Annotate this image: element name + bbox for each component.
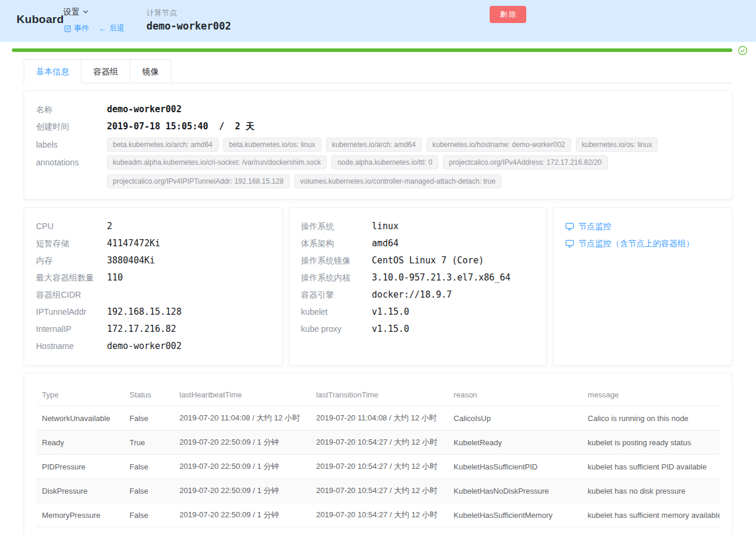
cell-reason: KubeletHasSufficientMemory [448,503,582,527]
col-last-transition: lastTransitionTime [310,384,448,406]
system-row: 容器引擎 docker://18.9.7 [301,286,535,304]
cell-type: NetworkUnavailable [36,406,123,430]
resource-row: 内存 3880404Ki [36,252,271,269]
system-label: 操作系统 [301,218,372,235]
cell-status: True [123,430,174,455]
monitor-link-label: 节点监控（含节点上的容器组） [578,235,694,252]
system-row: kube proxy v1.15.0 [301,321,535,338]
conditions-table: Type Status lastHeartbeatTime lastTransi… [36,384,720,527]
label-tag: kubernetes.io/os: linux [576,138,658,152]
cell-last-transition: 2019-07-20 10:54:27 / 大约 12 小时 [310,479,448,503]
cell-reason: KubeletHasSufficientPID [448,455,582,479]
name-label: 名称 [36,101,107,118]
cell-last-heartbeat: 2019-07-20 22:50:09 / 1 分钟 [174,503,311,527]
annotation-tag: node.alpha.kubernetes.io/ttl: 0 [331,155,438,169]
resource-label: Hostname [36,338,107,355]
cell-type: DiskPressure [36,479,123,503]
cell-message: Calico is running on this node [582,406,720,430]
monitor-link-label: 节点监控 [578,218,611,235]
cell-message: kubelet has sufficient PID available [582,455,720,479]
annotations-label: annotations [36,155,107,169]
back-link-label: 后退 [109,23,125,34]
system-row: 操作系统内核 3.10.0-957.21.3.el7.x86_64 [301,269,535,286]
resource-label: CPU [36,218,107,235]
events-link[interactable]: 事件 [64,23,89,34]
col-reason: reason [448,384,582,406]
delete-button[interactable]: 删 除 [490,6,526,23]
cell-type: Ready [36,430,123,455]
monitor-icon [565,222,574,231]
created-label: 创建时间 [36,118,107,135]
cell-type: MemoryPressure [36,503,123,527]
system-label: kube proxy [301,321,372,338]
cell-last-heartbeat: 2019-07-20 22:50:09 / 1 分钟 [174,479,311,503]
label-tag: beta.kubernetes.io/arch: amd64 [107,138,219,152]
system-row: 体系架构 amd64 [301,235,535,252]
app-logo[interactable]: Kuboard [17,13,64,26]
col-type: Type [36,384,123,406]
cell-last-transition: 2019-07-20 10:54:27 / 大约 12 小时 [310,430,448,455]
settings-menu[interactable]: 设置 [63,7,89,18]
cell-last-transition: 2019-07-20 10:54:27 / 大约 12 小时 [310,503,448,527]
system-value: linux [372,218,535,235]
resources-card: CPU 2 短暂存储 41147472Ki 内存 3880404Ki 最大容器组… [24,207,283,366]
labels-tags: beta.kubernetes.io/arch: amd64beta.kuber… [107,138,720,152]
stat-cards-row: CPU 2 短暂存储 41147472Ki 内存 3880404Ki 最大容器组… [24,207,732,366]
system-label: 容器引擎 [301,286,372,304]
check-circle-icon [738,45,748,56]
resource-row: IPTunnelAddr 192.168.15.128 [36,304,271,321]
label-tag: kubernetes.io/arch: amd64 [326,138,422,152]
annotations-row: annotations kubeadm.alpha.kubernetes.io/… [36,155,720,188]
cell-message: kubelet is posting ready status [582,430,720,455]
document-icon [64,25,71,32]
page-title-block: 计算节点 demo-worker002 [146,8,231,32]
cell-status: False [123,455,174,479]
name-value: demo-worker002 [107,101,720,118]
tab-pods[interactable]: 容器组 [81,60,130,83]
node-monitor-link[interactable]: 节点监控 [565,218,720,235]
resource-value: 172.17.216.82 [107,321,271,338]
resource-label: 内存 [36,252,107,269]
cell-reason: CalicoIsUp [448,406,582,430]
resource-row: InternalIP 172.17.216.82 [36,321,271,338]
system-label: 体系架构 [301,235,372,252]
system-card: 操作系统 linux 体系架构 amd64 操作系统镜像 CentOS Linu… [289,207,548,366]
resource-row: Hostname demo-worker002 [36,338,271,355]
tab-basic-info[interactable]: 基本信息 [24,60,81,83]
breadcrumb: 计算节点 [146,8,231,18]
cell-status: False [123,479,174,503]
cell-status: False [123,503,174,527]
col-message: message [582,384,720,406]
back-link[interactable]: ← 后退 [99,23,125,34]
label-tag: kubernetes.io/hostname: demo-worker002 [426,138,571,152]
table-row: Ready True 2019-07-20 22:50:09 / 1 分钟 20… [36,430,720,455]
resource-value: 41147472Ki [107,235,271,252]
tab-images[interactable]: 镜像 [130,60,171,83]
system-label: 操作系统内核 [301,269,372,286]
cell-last-transition: 2019-07-20 11:04:08 / 大约 12 小时 [310,406,448,430]
resource-label: 短暂存储 [36,235,107,252]
col-last-heartbeat: lastHeartbeatTime [174,384,311,406]
cell-reason: KubeletHasNoDiskPressure [448,479,582,503]
system-value: v1.15.0 [372,321,535,338]
cell-message: kubelet has sufficient memory available [582,503,720,527]
annotation-tag: projectcalico.org/IPv4Address: 172.17.21… [443,155,608,169]
table-row: MemoryPressure False 2019-07-20 22:50:09… [36,503,720,527]
table-row: NetworkUnavailable False 2019-07-20 11:0… [36,406,720,430]
resource-value: 3880404Ki [107,252,271,269]
chevron-down-icon [83,9,89,15]
header-quick-links: 事件 ← 后退 [64,23,125,34]
resource-row: 短暂存储 41147472Ki [36,235,271,252]
system-row: 操作系统 linux [301,218,535,235]
node-monitor-link[interactable]: 节点监控（含节点上的容器组） [565,235,720,252]
resource-row: 容器组CIDR [36,286,271,304]
cell-type: PIDPressure [36,455,123,479]
name-row: 名称 demo-worker002 [36,101,720,118]
app-header: Kuboard 设置 事件 ← 后退 计算节点 demo-worker002 删… [0,0,756,42]
annotation-tag: projectcalico.org/IPv4IPIPTunnelAddr: 19… [107,174,289,188]
table-header-row: Type Status lastHeartbeatTime lastTransi… [36,384,720,406]
system-value: v1.15.0 [372,304,535,321]
resource-label: 容器组CIDR [36,286,107,304]
monitor-icon [565,239,574,248]
labels-row: labels beta.kubernetes.io/arch: amd64bet… [36,138,720,152]
